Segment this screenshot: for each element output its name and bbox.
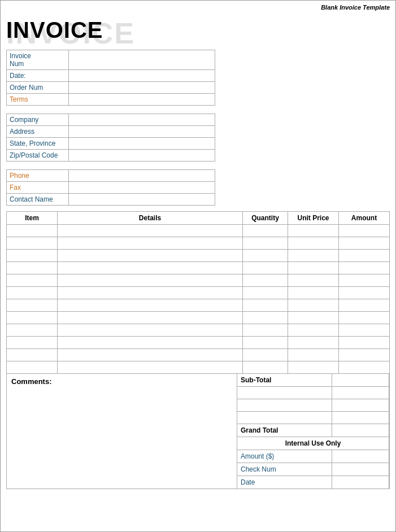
qty-cell[interactable]	[243, 274, 288, 287]
unit-price-cell[interactable]	[288, 312, 339, 324]
unit-price-cell[interactable]	[288, 299, 339, 312]
unit-price-cell[interactable]	[288, 287, 339, 299]
empty-value-2[interactable]	[332, 399, 389, 411]
qty-cell[interactable]	[243, 299, 288, 312]
details-cell[interactable]	[58, 337, 243, 349]
unit-price-cell[interactable]	[288, 225, 339, 237]
item-cell[interactable]	[7, 349, 58, 361]
unit-price-cell[interactable]	[288, 337, 339, 349]
company-label: Company	[7, 114, 69, 125]
address-value[interactable]	[69, 126, 215, 137]
item-cell[interactable]	[7, 237, 58, 250]
contact-name-value[interactable]	[69, 194, 215, 205]
item-cell[interactable]	[7, 274, 58, 287]
grand-total-label: Grand Total	[237, 424, 332, 437]
order-num-value[interactable]	[69, 82, 215, 93]
qty-cell[interactable]	[243, 237, 288, 250]
amount-cell[interactable]	[339, 312, 390, 324]
details-cell[interactable]	[58, 324, 243, 337]
invoice-num-value[interactable]	[69, 50, 215, 69]
empty-value-1[interactable]	[332, 387, 389, 399]
address-label: Address	[7, 126, 69, 137]
amount-cell[interactable]	[339, 237, 390, 250]
subtotal-value[interactable]	[332, 374, 389, 386]
details-cell[interactable]	[58, 299, 243, 312]
internal-check-value[interactable]	[332, 463, 389, 476]
state-value[interactable]	[69, 138, 215, 149]
amount-cell[interactable]	[339, 349, 390, 361]
unit-price-cell[interactable]	[288, 324, 339, 337]
unit-price-cell[interactable]	[288, 349, 339, 361]
details-cell[interactable]	[58, 250, 243, 262]
item-cell[interactable]	[7, 299, 58, 312]
empty-value-3[interactable]	[332, 412, 389, 424]
amount-cell[interactable]	[339, 225, 390, 237]
amount-cell[interactable]	[339, 299, 390, 312]
item-cell[interactable]	[7, 337, 58, 349]
item-cell[interactable]	[7, 250, 58, 262]
qty-cell[interactable]	[243, 361, 288, 374]
qty-cell[interactable]	[243, 262, 288, 274]
amount-cell[interactable]	[339, 287, 390, 299]
item-cell[interactable]	[7, 324, 58, 337]
terms-value[interactable]	[69, 94, 215, 105]
internal-date-label: Date	[237, 476, 332, 489]
amount-cell[interactable]	[339, 337, 390, 349]
qty-cell[interactable]	[243, 287, 288, 299]
qty-cell[interactable]	[243, 312, 288, 324]
qty-cell[interactable]	[243, 324, 288, 337]
details-cell[interactable]	[58, 349, 243, 361]
date-value[interactable]	[69, 70, 215, 81]
table-row	[7, 237, 390, 250]
qty-cell[interactable]	[243, 225, 288, 237]
unit-price-cell[interactable]	[288, 361, 339, 374]
company-value[interactable]	[69, 114, 215, 125]
unit-price-cell[interactable]	[288, 250, 339, 262]
internal-check-label: Check Num	[237, 463, 332, 476]
qty-cell[interactable]	[243, 349, 288, 361]
internal-amount-value[interactable]	[332, 450, 389, 463]
item-cell[interactable]	[7, 361, 58, 374]
table-row	[7, 312, 390, 324]
comments-area[interactable]: Comments:	[6, 374, 237, 489]
table-row	[7, 299, 390, 312]
details-cell[interactable]	[58, 287, 243, 299]
totals-empty-row-2	[237, 399, 389, 412]
details-cell[interactable]	[58, 262, 243, 274]
details-cell[interactable]	[58, 274, 243, 287]
details-cell[interactable]	[58, 312, 243, 324]
qty-cell[interactable]	[243, 337, 288, 349]
amount-cell[interactable]	[339, 324, 390, 337]
empty-label-3	[237, 412, 332, 424]
amount-cell[interactable]	[339, 262, 390, 274]
details-cell[interactable]	[58, 361, 243, 374]
amount-cell[interactable]	[339, 361, 390, 374]
internal-date-value[interactable]	[332, 476, 389, 489]
details-cell[interactable]	[58, 237, 243, 250]
invoice-page: Blank Invoice Template INVOICE INVOICE I…	[0, 0, 396, 532]
table-row	[7, 250, 390, 262]
bottom-section: Comments: Sub-Total Gr	[6, 374, 390, 489]
amount-cell[interactable]	[339, 250, 390, 262]
item-cell[interactable]	[7, 312, 58, 324]
zip-value[interactable]	[69, 150, 215, 161]
unit-price-cell[interactable]	[288, 262, 339, 274]
internal-amount-label: Amount ($)	[237, 450, 332, 463]
unit-price-cell[interactable]	[288, 274, 339, 287]
amount-cell[interactable]	[339, 274, 390, 287]
header-quantity: Quantity	[243, 212, 288, 225]
invoice-title: INVOICE	[6, 18, 390, 43]
item-cell[interactable]	[7, 262, 58, 274]
header-unit-price: Unit Price	[288, 212, 339, 225]
qty-cell[interactable]	[243, 250, 288, 262]
fax-value[interactable]	[69, 182, 215, 193]
totals-empty-row-3	[237, 412, 389, 424]
unit-price-cell[interactable]	[288, 237, 339, 250]
item-cell[interactable]	[7, 287, 58, 299]
details-cell[interactable]	[58, 225, 243, 237]
item-cell[interactable]	[7, 225, 58, 237]
phone-value[interactable]	[69, 170, 215, 181]
grand-total-value[interactable]	[332, 424, 389, 437]
header-item: Item	[7, 212, 58, 225]
table-row	[7, 337, 390, 349]
